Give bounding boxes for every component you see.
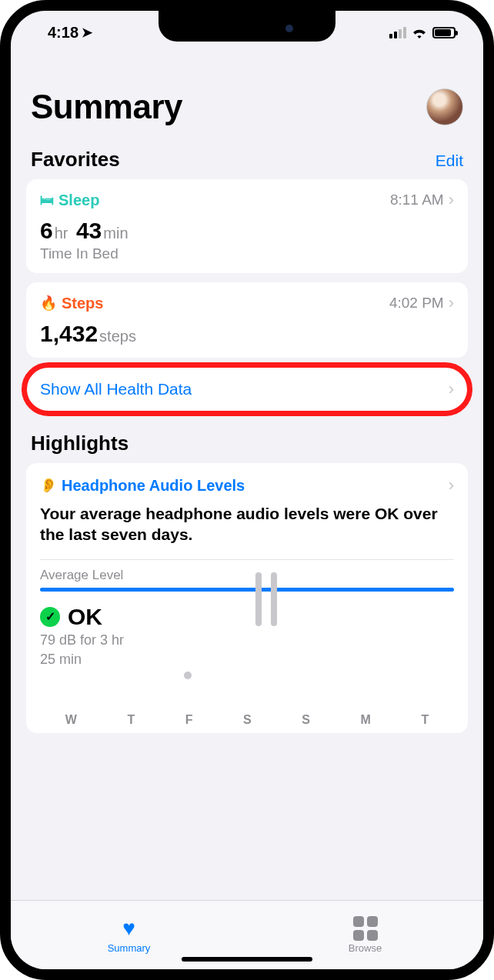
sleep-hours: 6 xyxy=(40,218,53,243)
chevron-right-icon: › xyxy=(449,293,454,313)
headphone-label: Headphone Audio Levels xyxy=(62,477,245,495)
steps-timestamp: 4:02 PM xyxy=(389,295,444,312)
ok-subtext-2: 25 min xyxy=(40,651,454,668)
level-markers xyxy=(255,572,277,626)
edit-button[interactable]: Edit xyxy=(436,152,463,170)
average-level-label: Average Level xyxy=(40,568,454,583)
flame-icon: 🔥 xyxy=(40,295,57,312)
grid-icon xyxy=(353,916,378,941)
battery-icon xyxy=(432,27,456,38)
sleep-label: Sleep xyxy=(58,192,99,209)
chevron-right-icon: › xyxy=(449,475,454,495)
profile-avatar[interactable] xyxy=(426,88,463,125)
steps-label: Steps xyxy=(62,295,103,312)
ok-subtext-1: 79 dB for 3 hr xyxy=(40,632,454,649)
show-all-health-data-button[interactable]: Show All Health Data › xyxy=(26,367,468,412)
divider xyxy=(40,559,454,560)
steps-card[interactable]: 🔥 Steps 4:02 PM › 1,432steps xyxy=(26,282,468,358)
ok-status: OK xyxy=(68,604,102,630)
headphone-description: Your average headphone audio levels were… xyxy=(40,503,454,545)
highlights-heading: Highlights xyxy=(31,432,129,455)
day-indicator xyxy=(184,672,192,679)
device-notch xyxy=(159,11,335,42)
status-time: 4:18 xyxy=(48,24,78,42)
page-title: Summary xyxy=(31,88,182,126)
location-icon: ➤ xyxy=(82,25,92,41)
headphone-audio-card[interactable]: 👂 Headphone Audio Levels › Your average … xyxy=(26,463,468,733)
ear-icon: 👂 xyxy=(40,477,57,494)
home-indicator[interactable] xyxy=(182,957,312,962)
bed-icon: 🛏 xyxy=(40,192,54,208)
day-labels: W T F S S M T xyxy=(40,713,454,727)
chevron-right-icon: › xyxy=(449,379,454,399)
sleep-card[interactable]: 🛏 Sleep 8:11 AM › 6hr 43min Time In Bed xyxy=(26,179,468,273)
sleep-sublabel: Time In Bed xyxy=(40,245,454,262)
sleep-minutes: 43 xyxy=(76,218,102,243)
favorites-heading: Favorites xyxy=(31,148,120,172)
wifi-icon xyxy=(411,26,428,38)
chevron-right-icon: › xyxy=(449,190,454,210)
cellular-signal-icon xyxy=(389,27,406,38)
sleep-timestamp: 8:11 AM xyxy=(390,192,444,208)
level-bar xyxy=(40,588,454,592)
steps-value: 1,432 xyxy=(40,321,98,346)
heart-icon: ♥ xyxy=(122,916,135,941)
ok-checkmark-icon: ✓ xyxy=(40,607,60,627)
